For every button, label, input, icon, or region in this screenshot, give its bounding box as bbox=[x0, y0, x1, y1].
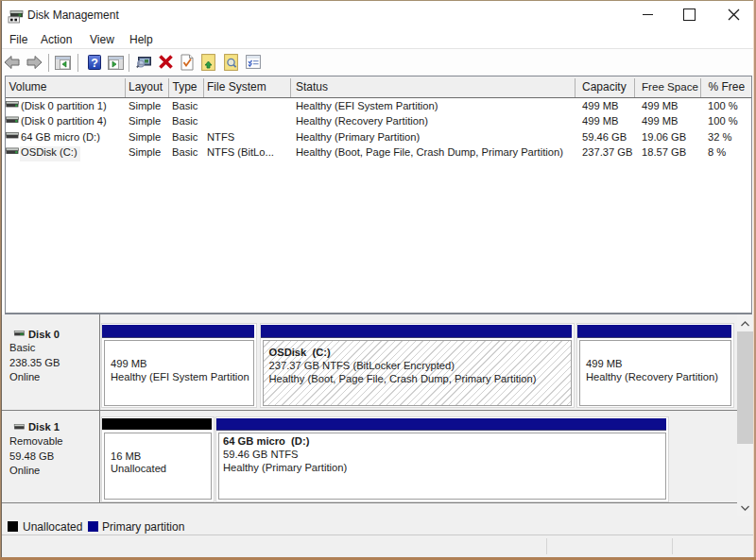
svg-text:?: ? bbox=[91, 57, 98, 70]
